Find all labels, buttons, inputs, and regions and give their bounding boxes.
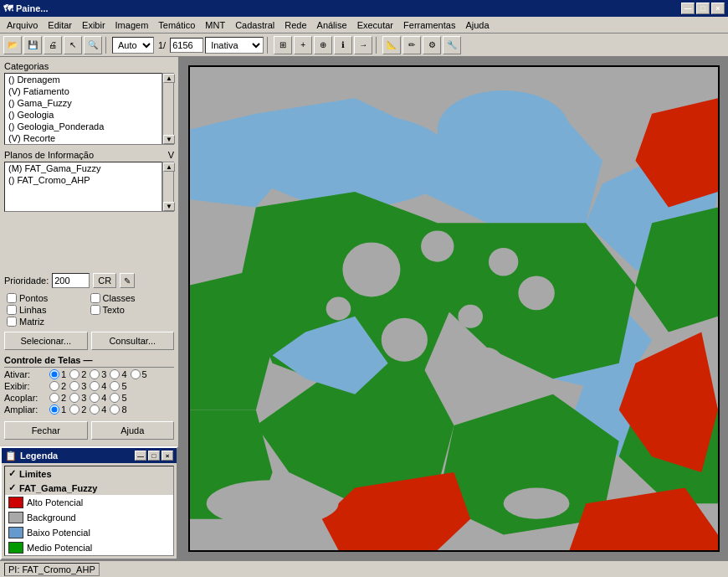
tb-save-button[interactable]: 💾 (23, 36, 42, 54)
menu-ajuda[interactable]: Ajuda (460, 18, 494, 32)
pi-scroll-up[interactable]: ▲ (163, 162, 175, 172)
priority-input[interactable] (52, 273, 90, 288)
menu-analise[interactable]: Análise (312, 18, 352, 32)
ativar-radio-1[interactable]: 1 (49, 369, 66, 379)
list-item[interactable]: (V) Fatiamento (5, 85, 161, 97)
classes-checkbox[interactable] (90, 293, 100, 303)
tb-plus-button[interactable]: + (294, 36, 312, 54)
texto-checkbox[interactable] (90, 305, 100, 315)
categories-scroll-up[interactable]: ▲ (163, 74, 175, 83)
legend-alto-swatch (8, 497, 23, 508)
ajuda-button[interactable]: Ajuda (91, 421, 175, 440)
ativar-label: Ativar: (4, 369, 46, 379)
title-bar: 🗺 Paine... — □ × (0, 0, 728, 17)
svg-point-23 (489, 248, 518, 276)
tb-extra1-button[interactable]: ⚙ (423, 36, 441, 54)
map-area[interactable] (180, 57, 728, 560)
exibir-radio-2[interactable]: 2 (49, 381, 66, 391)
menu-exibir[interactable]: Exibir (77, 18, 110, 32)
tb-target-button[interactable]: ⊕ (314, 36, 332, 54)
list-item[interactable]: () Geologia (5, 109, 161, 121)
acoplar-radio-5[interactable]: 5 (110, 393, 126, 403)
layer-mode-select[interactable]: Inativa (205, 37, 264, 54)
list-item[interactable]: () Gama_Fuzzy (5, 97, 161, 109)
tb-arrow-button[interactable]: → (354, 36, 372, 54)
svg-point-27 (470, 348, 503, 379)
linhas-checkbox[interactable] (7, 305, 17, 315)
texto-checkbox-label[interactable]: Texto (90, 305, 172, 315)
tb-open-button[interactable]: 📂 (3, 36, 22, 54)
minimize-button[interactable]: — (681, 3, 695, 14)
categories-list[interactable]: () Drenagem (V) Fatiamento () Gama_Fuzzy… (4, 73, 162, 145)
tb-extra2-button[interactable]: 🔧 (443, 36, 461, 54)
legend-close-button[interactable]: × (161, 451, 173, 461)
menu-ferramentas[interactable]: Ferramentas (398, 18, 460, 32)
pontos-checkbox[interactable] (7, 293, 17, 303)
exibir-radio-3[interactable]: 3 (69, 381, 86, 391)
legend-alto-label: Alto Potencial (27, 497, 83, 507)
classes-checkbox-label[interactable]: Classes (90, 293, 172, 303)
restore-button[interactable]: □ (696, 3, 710, 14)
menu-rede[interactable]: Rede (279, 18, 311, 32)
acoplar-radio-3[interactable]: 3 (69, 393, 86, 403)
app-title: Paine... (16, 3, 681, 13)
pi-item[interactable]: () FAT_Cromo_AHP (5, 174, 161, 186)
ativar-radio-2[interactable]: 2 (69, 369, 86, 379)
left-panel: Categorias () Drenagem (V) Fatiamento ()… (0, 57, 180, 560)
acoplar-radio-2[interactable]: 2 (49, 393, 66, 403)
menu-arquivo[interactable]: Arquivo (2, 18, 43, 32)
menu-executar[interactable]: Executar (352, 18, 398, 32)
exibir-radio-5[interactable]: 5 (110, 381, 126, 391)
selecionar-button[interactable]: Selecionar... (4, 332, 88, 350)
ativar-radio-4[interactable]: 4 (110, 369, 126, 379)
ampliar-radio-2[interactable]: 2 (69, 404, 86, 415)
menu-imagem[interactable]: Imagem (110, 18, 154, 32)
matriz-checkbox-label[interactable]: Matriz (7, 317, 89, 327)
categories-title: Categorias (4, 59, 174, 73)
toolbar: 📂 💾 🖨 ↖ 🔍 Auto 1/ Inativa ⊞ + ⊕ ℹ → 📐 ✏ … (0, 33, 728, 57)
menu-editar[interactable]: Editar (43, 18, 77, 32)
categories-scroll-down[interactable]: ▼ (163, 135, 175, 144)
ativar-radio-5[interactable]: 5 (131, 369, 147, 379)
zoom-mode-select[interactable]: Auto (112, 37, 154, 54)
legend-baixo-label: Baixo Potencial (27, 528, 90, 538)
fechar-button[interactable]: Fechar (4, 421, 88, 440)
pi-item[interactable]: (M) FAT_Gama_Fuzzy (5, 162, 161, 174)
tb-zoom-button[interactable]: 🔍 (84, 36, 102, 54)
tb-measure-button[interactable]: 📐 (382, 36, 401, 54)
list-item[interactable]: () Geologia_Ponderada (5, 121, 161, 132)
priority-cr-button[interactable]: CR (93, 273, 116, 288)
tb-grid-button[interactable]: ⊞ (274, 36, 292, 54)
menu-cadastral[interactable]: Cadastral (230, 18, 279, 32)
legend-fat-label: FAT_Gama_Fuzzy (19, 483, 97, 493)
acoplar-radio-4[interactable]: 4 (90, 393, 106, 403)
ampliar-radio-4[interactable]: 4 (90, 404, 106, 415)
legend-restore-button[interactable]: □ (148, 451, 160, 461)
legend-minimize-button[interactable]: — (135, 451, 146, 461)
scale-input[interactable] (170, 38, 203, 53)
tb-edit-button[interactable]: ✏ (402, 36, 421, 54)
tb-print-button[interactable]: 🖨 (44, 36, 62, 54)
matriz-checkbox[interactable] (7, 317, 17, 327)
tb-pointer-button[interactable]: ↖ (64, 36, 82, 54)
ampliar-radio-1[interactable]: 1 (49, 404, 66, 415)
linhas-checkbox-label[interactable]: Linhas (7, 305, 89, 315)
tb-info-button[interactable]: ℹ (334, 36, 352, 54)
ampliar-radio-8[interactable]: 8 (110, 404, 126, 415)
acoplar-label: Acoplar: (4, 393, 46, 403)
exibir-radio-4[interactable]: 4 (90, 381, 106, 391)
close-button[interactable]: × (711, 3, 725, 14)
list-item[interactable]: () Drenagem (5, 74, 161, 85)
ativar-radio-3[interactable]: 3 (90, 369, 106, 379)
pi-list[interactable]: (M) FAT_Gama_Fuzzy () FAT_Cromo_AHP (4, 162, 162, 212)
telas-title: Controle de Telas — (4, 355, 174, 368)
consultar-button[interactable]: Consultar... (91, 332, 175, 350)
pi-scroll-down[interactable]: ▼ (163, 202, 175, 211)
priority-edit-button[interactable]: ✎ (120, 273, 135, 288)
legend-limites-label: Limites (19, 469, 52, 479)
pontos-checkbox-label[interactable]: Pontos (7, 293, 89, 303)
menu-tematico[interactable]: Temático (153, 18, 200, 32)
menu-mnt[interactable]: MNT (200, 18, 230, 32)
legend-window: 📋 Legenda — □ × ✓ Limites ✓ FAT_Gama_Fuz… (0, 446, 178, 560)
list-item[interactable]: (V) Recorte (5, 132, 161, 144)
